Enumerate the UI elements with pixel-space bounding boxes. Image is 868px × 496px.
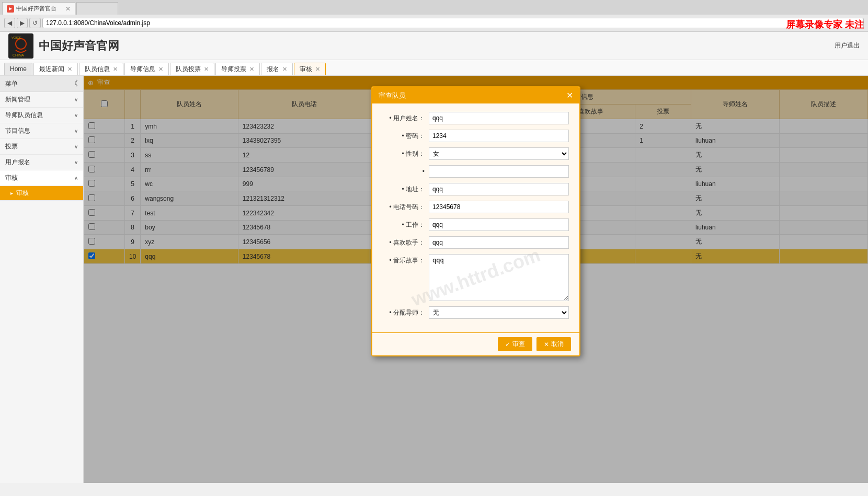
form-row-address: 地址： <box>383 183 569 195</box>
chevron-down-icon: ∨ <box>74 128 78 134</box>
gender-select[interactable]: 男 女 <box>429 147 569 160</box>
tab-teacher-info-close[interactable]: ✕ <box>158 66 163 73</box>
modal-body: www.httrd.com 用户姓名： 密码： 性别： 男 <box>372 103 579 332</box>
submit-audit-button[interactable]: ✓ 审查 <box>498 337 532 351</box>
assign-teacher-select[interactable]: 无 liuhuan <box>429 306 569 319</box>
logout-button[interactable]: 用户退出 <box>835 41 860 50</box>
fav-singer-label: 喜欢歌手： <box>383 238 425 247</box>
tab-home[interactable]: Home <box>4 63 32 75</box>
form-row-username: 用户姓名： <box>383 112 569 124</box>
address-input[interactable] <box>429 183 569 195</box>
modal-overlay: 审查队员 ✕ www.httrd.com 用户姓名： 密码： 性 <box>84 76 868 483</box>
music-story-label: 音乐故事： <box>383 256 425 265</box>
modal-header: 审查队员 ✕ <box>372 87 579 103</box>
modal-close-button[interactable]: ✕ <box>566 90 573 100</box>
fav-singer-input[interactable] <box>429 236 569 249</box>
content-area: ⊕ 审查 队员姓名 队员电话 队员年龄 队员基本信息 导师姓名 队员描述 喜欢歌… <box>84 76 868 483</box>
gender-select-wrapper: 男 女 <box>429 147 569 160</box>
form-row-job: 工作： <box>383 218 569 231</box>
tab-teacher-vote-close[interactable]: ✕ <box>249 66 254 73</box>
sidebar-item-vote[interactable]: 投票 ∨ <box>0 139 83 155</box>
watermark-top-right: 屏幕录像专家 未注 <box>786 18 864 31</box>
checkmark-icon: ✓ <box>505 341 510 348</box>
forward-button[interactable]: ▶ <box>17 18 28 28</box>
assign-teacher-select-wrapper: 无 liuhuan <box>429 306 569 319</box>
job-label: 工作： <box>383 221 425 229</box>
browser-new-tab[interactable] <box>76 2 118 15</box>
modal-title: 审查队员 <box>379 91 406 100</box>
sidebar-item-teacher-member[interactable]: 导师队员信息 ∨ <box>0 108 83 123</box>
page-tab-nav: Home 最近新闻 ✕ 队员信息 ✕ 导师信息 ✕ 队员投票 ✕ 导师投票 ✕ … <box>0 60 868 76</box>
job-input[interactable] <box>429 218 569 231</box>
form-row-fav-singer: 喜欢歌手： <box>383 236 569 249</box>
browser-chrome: ▶ 中国好声音官台 ✕ ◀ ▶ ↺ <box>0 0 868 32</box>
app-header: CHINA VOICE 中国好声音官网 用户退出 <box>0 32 868 60</box>
site-title: 中国好声音官网 <box>39 38 119 54</box>
logo-icon: CHINA VOICE <box>8 33 33 59</box>
chevron-down-icon: ∨ <box>74 144 78 149</box>
form-row-assign-teacher: 分配导师： 无 liuhuan <box>383 306 569 319</box>
address-bar: ◀ ▶ ↺ <box>0 15 868 31</box>
form-row-phone: 电话号码： <box>383 201 569 213</box>
form-row-gender: 性别： 男 女 <box>383 147 569 160</box>
tab-audit-close[interactable]: ✕ <box>315 66 320 73</box>
refresh-button[interactable]: ↺ <box>29 18 41 28</box>
svg-text:CHINA: CHINA <box>13 53 24 57</box>
sidebar-item-program[interactable]: 节目信息 ∨ <box>0 123 83 139</box>
sidebar-subitem-audit[interactable]: ▸ 审核 <box>0 186 83 201</box>
tab-teacher-info[interactable]: 导师信息 ✕ <box>124 63 169 75</box>
chevron-up-icon: ∧ <box>74 175 78 181</box>
tab-signup-close[interactable]: ✕ <box>282 66 287 73</box>
cancel-audit-button[interactable]: ✕ 取消 <box>536 337 571 351</box>
audit-modal: 审查队员 ✕ www.httrd.com 用户姓名： 密码： 性 <box>371 86 580 356</box>
sub-item-icon: ▸ <box>10 190 13 196</box>
tab-signup[interactable]: 报名 ✕ <box>261 63 293 75</box>
birthday-input[interactable] <box>429 165 569 178</box>
browser-tab-bar: ▶ 中国好声音官台 ✕ <box>0 0 868 15</box>
username-input[interactable] <box>429 112 569 124</box>
password-label: 密码： <box>383 132 425 141</box>
sidebar-item-register[interactable]: 用户报名 ∨ <box>0 155 83 170</box>
tab-member-vote[interactable]: 队员投票 ✕ <box>170 63 214 75</box>
sidebar-header: 菜单 《 <box>0 76 83 92</box>
url-input[interactable] <box>42 18 864 28</box>
sidebar-collapse-btn[interactable]: 《 <box>71 79 78 88</box>
username-label: 用户姓名： <box>383 114 425 123</box>
tab-favicon: ▶ <box>7 5 14 13</box>
birthday-label <box>383 168 425 175</box>
browser-tab-active[interactable]: ▶ 中国好声音官台 ✕ <box>2 2 75 15</box>
address-label: 地址： <box>383 185 425 194</box>
tab-recent-news-close[interactable]: ✕ <box>67 66 72 73</box>
tab-recent-news[interactable]: 最近新闻 ✕ <box>33 63 78 75</box>
form-row-birthday <box>383 165 569 178</box>
form-row-password: 密码： <box>383 130 569 142</box>
tab-member-vote-close[interactable]: ✕ <box>204 66 209 73</box>
logo-area: CHINA VOICE 中国好声音官网 <box>8 33 119 59</box>
chevron-down-icon: ∨ <box>74 159 78 165</box>
phone-label: 电话号码： <box>383 203 425 212</box>
form-row-music-story: 音乐故事： qqq <box>383 254 569 301</box>
music-story-textarea[interactable]: qqq <box>429 254 569 301</box>
tab-member-info[interactable]: 队员信息 ✕ <box>79 63 123 75</box>
tab-member-info-close[interactable]: ✕ <box>113 66 118 73</box>
tab-teacher-vote[interactable]: 导师投票 ✕ <box>215 63 260 75</box>
browser-tab-close[interactable]: ✕ <box>65 5 71 13</box>
sidebar-item-news[interactable]: 新闻管理 ∨ <box>0 92 83 108</box>
gender-label: 性别： <box>383 149 425 158</box>
chevron-down-icon: ∨ <box>74 112 78 118</box>
svg-text:VOICE: VOICE <box>12 36 21 39</box>
password-input[interactable] <box>429 130 569 142</box>
sidebar-item-audit[interactable]: 审核 ∧ <box>0 170 83 186</box>
phone-input[interactable] <box>429 201 569 213</box>
back-button[interactable]: ◀ <box>4 18 15 28</box>
browser-tab-title: 中国好声音官台 <box>16 5 56 13</box>
assign-teacher-label: 分配导师： <box>383 308 425 317</box>
main-layout: 菜单 《 新闻管理 ∨ 导师队员信息 ∨ 节目信息 ∨ 投票 ∨ 用户报名 ∨ … <box>0 76 868 483</box>
x-icon: ✕ <box>544 341 549 348</box>
tab-audit[interactable]: 审核 ✕ <box>294 63 326 75</box>
modal-footer: ✓ 审查 ✕ 取消 <box>372 332 579 355</box>
sidebar: 菜单 《 新闻管理 ∨ 导师队员信息 ∨ 节目信息 ∨ 投票 ∨ 用户报名 ∨ … <box>0 76 84 483</box>
chevron-down-icon: ∨ <box>74 97 78 102</box>
